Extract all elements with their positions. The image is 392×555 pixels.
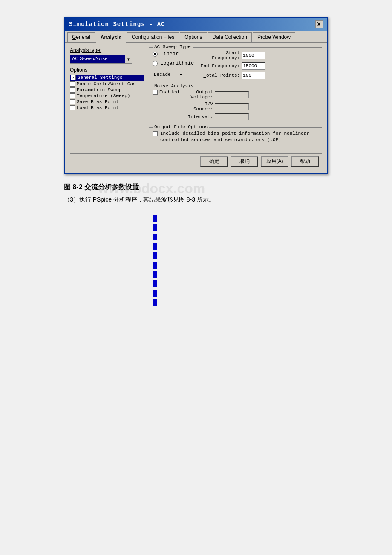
- tab-bar: General Analysis Configuration Files Opt…: [65, 31, 327, 43]
- tab-options[interactable]: Options: [180, 32, 207, 42]
- right-panel: AC Sweep Type Linear Logarithmic: [149, 47, 322, 151]
- ac-sweep-type-group: AC Sweep Type Linear Logarithmic: [149, 47, 322, 83]
- output-file-options-title: Output File Options: [153, 124, 209, 130]
- end-frequency-input[interactable]: [242, 62, 265, 70]
- option-save-bias-point[interactable]: Save Bias Point: [70, 99, 144, 104]
- options-label: Options: [70, 67, 144, 73]
- tab-configuration-files[interactable]: Configuration Files: [127, 32, 179, 42]
- analysis-type-row: AC Sweep/Noise ▼: [70, 55, 144, 64]
- noise-analysis-title: Noise Analysis: [153, 84, 195, 89]
- sweep-freq-inputs: Start Frequency: End Frequency:: [197, 50, 265, 79]
- start-freq-label: Start Frequency:: [197, 50, 240, 61]
- figure-caption: 图 8-2 交流分析参数设置: [64, 183, 328, 192]
- option-monte-carlo[interactable]: Monte Carlo/Worst Cas: [70, 81, 144, 87]
- dashed-decoration: [153, 211, 239, 306]
- main-layout: Analysis type: AC Sweep/Noise ▼ Options …: [70, 47, 322, 151]
- option-temperature-sweep[interactable]: Temperature (Sweep): [70, 93, 144, 98]
- blue-bar-5: [153, 252, 157, 259]
- analysis-type-dropdown[interactable]: AC Sweep/Noise: [70, 55, 125, 64]
- start-frequency-input[interactable]: [242, 52, 265, 59]
- output-file-options-group: Output File Options Include detailed bia…: [149, 127, 322, 147]
- checkbox-load-bias-point[interactable]: [70, 105, 75, 110]
- logarithmic-label: Logarithmic: [160, 61, 194, 66]
- noise-enabled-label: Enabled: [159, 90, 179, 95]
- total-points-row: Total Points:: [197, 72, 265, 79]
- blue-bar-9: [153, 290, 157, 297]
- end-frequency-row: End Frequency:: [197, 62, 265, 70]
- tab-probe-window[interactable]: Probe Window: [253, 32, 295, 42]
- checkbox-save-bias-point[interactable]: [70, 99, 75, 104]
- noise-enabled-row: Enabled: [153, 90, 179, 95]
- decade-row: Decade ▼: [153, 71, 194, 78]
- blue-bar-4: [153, 243, 157, 250]
- output-file-check-row: Include detailed bias point information …: [153, 130, 318, 144]
- radio-linear[interactable]: [153, 52, 158, 57]
- tab-data-collection[interactable]: Data Collection: [208, 32, 252, 42]
- radio-linear-row: Linear: [153, 51, 194, 57]
- interval-input[interactable]: [215, 113, 249, 120]
- dashed-line: [153, 211, 230, 211]
- tab-analysis[interactable]: Analysis: [96, 33, 126, 43]
- caption-area: 图 8-2 交流分析参数设置 www.bdocx.com: [64, 183, 328, 192]
- iv-source-input[interactable]: [215, 103, 249, 110]
- button-row: 确定 取消 应用(A) 帮助: [70, 153, 322, 169]
- dialog-title: Simulation Settings - AC: [69, 21, 165, 28]
- noise-fields: Output Voltage: I/V Source:: [183, 90, 249, 120]
- iv-source-row: I/V Source:: [183, 101, 249, 112]
- checkbox-parametric-sweep[interactable]: [70, 87, 75, 92]
- decade-dropdown[interactable]: Decade: [153, 71, 178, 78]
- blue-bar-3: [153, 234, 157, 240]
- option-load-bias-point[interactable]: Load Bias Point: [70, 105, 144, 110]
- close-button[interactable]: X: [315, 20, 323, 28]
- checkbox-monte-carlo[interactable]: [70, 81, 75, 87]
- output-file-text: Include detailed bias point information …: [160, 130, 318, 144]
- blue-bar-7: [153, 271, 157, 278]
- output-voltage-row: Output Voltage:: [183, 90, 249, 100]
- noise-layout: Enabled Output Voltage: I: [153, 90, 318, 120]
- checkbox-temperature-sweep[interactable]: [70, 93, 75, 98]
- ok-button[interactable]: 确定: [200, 156, 228, 167]
- checkbox-noise-enabled[interactable]: [153, 90, 158, 95]
- interval-row: Interval:: [183, 113, 249, 120]
- end-freq-label: End Frequency:: [197, 64, 240, 69]
- help-button[interactable]: 帮助: [291, 156, 319, 167]
- output-voltage-input[interactable]: [215, 91, 249, 98]
- linear-label: Linear: [160, 51, 179, 57]
- blue-bar-6: [153, 262, 157, 269]
- option-general-settings[interactable]: General Settings: [70, 75, 144, 81]
- output-voltage-label: Output Voltage:: [183, 90, 213, 100]
- iv-source-label: I/V Source:: [183, 101, 213, 112]
- blue-bars: [153, 215, 239, 306]
- blue-bar-2: [153, 224, 157, 231]
- start-frequency-row: Start Frequency:: [197, 50, 265, 61]
- apply-button[interactable]: 应用(A): [261, 156, 288, 167]
- blue-bar-10: [153, 299, 157, 306]
- total-points-label: Total Points:: [197, 73, 240, 78]
- radio-logarithmic-row: Logarithmic: [153, 61, 194, 66]
- analysis-type-label: Analysis type:: [70, 47, 144, 53]
- blue-bar-8: [153, 280, 157, 287]
- checkbox-output-file[interactable]: [153, 131, 158, 136]
- noise-analysis-group: Noise Analysis Enabled Output Voltage:: [149, 87, 322, 124]
- checkbox-general-settings[interactable]: [71, 75, 76, 80]
- blue-bar-1: [153, 215, 157, 222]
- decade-arrow[interactable]: ▼: [178, 71, 184, 78]
- option-parametric-sweep[interactable]: Parametric Sweep: [70, 87, 144, 92]
- simulation-settings-dialog: Simulation Settings - AC X General Analy…: [64, 17, 328, 174]
- analysis-type-arrow[interactable]: ▼: [125, 55, 132, 64]
- tab-general[interactable]: General: [67, 32, 95, 42]
- caption-text: 图 8-2 交流分析参数设置: [64, 183, 139, 191]
- left-panel: Analysis type: AC Sweep/Noise ▼ Options …: [70, 47, 144, 151]
- interval-label: Interval:: [183, 114, 213, 119]
- ac-sweep-type-title: AC Sweep Type: [153, 44, 193, 49]
- sweep-layout: Linear Logarithmic Decade ▼: [153, 50, 318, 79]
- radio-logarithmic[interactable]: [153, 61, 158, 66]
- total-points-input[interactable]: [242, 72, 265, 79]
- sweep-radios: Linear Logarithmic Decade ▼: [153, 50, 194, 78]
- titlebar: Simulation Settings - AC X: [65, 18, 327, 31]
- cancel-button[interactable]: 取消: [231, 156, 258, 167]
- dialog-content: Analysis type: AC Sweep/Noise ▼ Options …: [65, 43, 327, 173]
- paragraph-text: （3）执行 PSpice 分析程序，其结果波形见图 8-3 所示。: [64, 196, 328, 204]
